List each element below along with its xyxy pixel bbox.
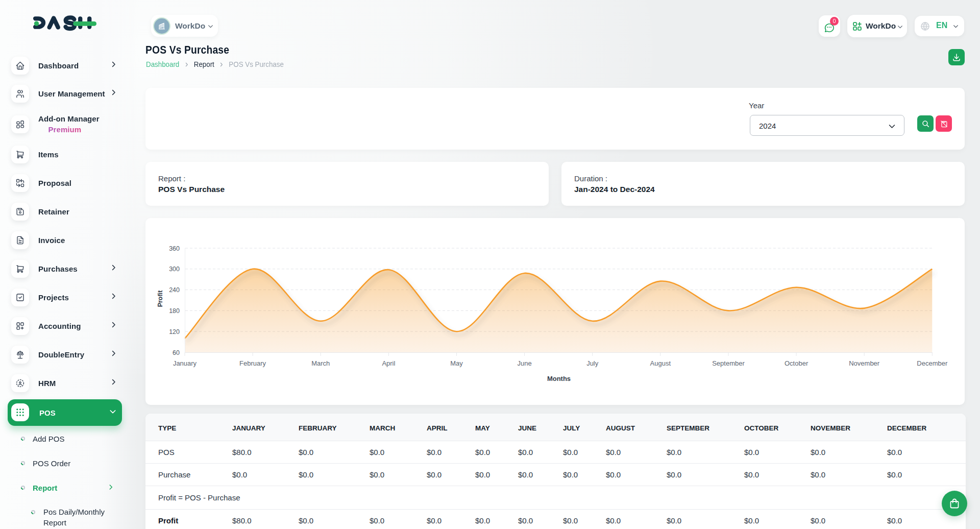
svg-text:September: September: [712, 359, 745, 367]
svg-text:Profit: Profit: [157, 290, 164, 307]
svg-text:January: January: [173, 359, 197, 367]
svg-text:60: 60: [173, 349, 180, 356]
svg-text:August: August: [650, 359, 671, 367]
svg-text:October: October: [785, 359, 808, 367]
svg-text:March: March: [311, 359, 330, 367]
svg-text:Months: Months: [547, 375, 571, 382]
svg-text:120: 120: [169, 328, 180, 335]
svg-text:December: December: [917, 359, 948, 367]
svg-text:July: July: [586, 359, 599, 367]
svg-text:May: May: [450, 359, 463, 367]
svg-text:November: November: [849, 359, 880, 367]
svg-text:360: 360: [169, 245, 180, 252]
svg-text:180: 180: [169, 307, 180, 315]
svg-text:February: February: [239, 359, 266, 367]
svg-text:300: 300: [169, 266, 180, 273]
svg-text:June: June: [517, 359, 531, 367]
svg-text:240: 240: [169, 286, 180, 294]
svg-text:April: April: [382, 359, 395, 367]
